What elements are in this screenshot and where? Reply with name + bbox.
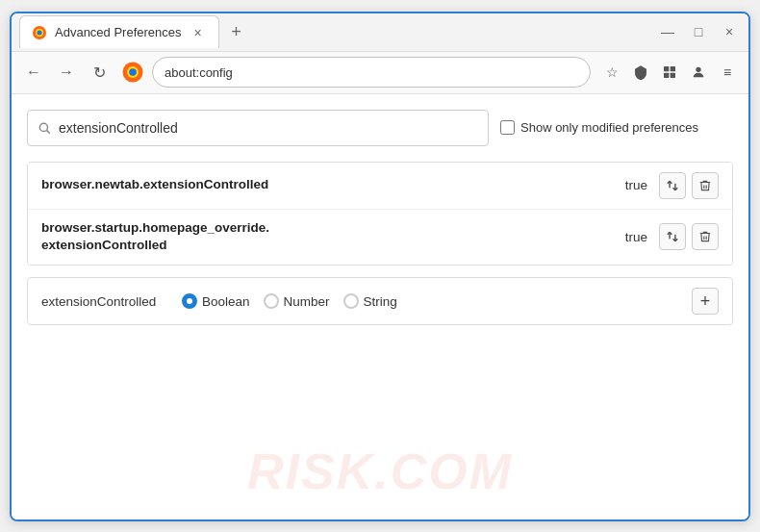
swap-icon xyxy=(666,230,679,243)
new-tab-button[interactable]: + xyxy=(223,18,250,45)
watermark: RISK.COM xyxy=(247,443,513,500)
window-controls: — □ × xyxy=(656,20,741,43)
svg-point-2 xyxy=(38,30,42,35)
show-modified-label[interactable]: Show only modified preferences xyxy=(500,120,698,135)
search-row: Show only modified preferences xyxy=(27,110,733,146)
number-label: Number xyxy=(284,294,330,309)
toggle-button-2[interactable] xyxy=(659,223,686,250)
svg-line-12 xyxy=(47,130,50,133)
forward-button[interactable]: → xyxy=(52,58,81,87)
search-icon xyxy=(38,121,51,135)
svg-rect-6 xyxy=(664,66,669,71)
menu-button[interactable]: ≡ xyxy=(714,59,741,86)
svg-rect-8 xyxy=(664,73,669,78)
delete-button-2[interactable] xyxy=(692,223,719,250)
svg-point-10 xyxy=(696,67,700,72)
shield-icon xyxy=(633,64,648,80)
address-bar[interactable]: about:config xyxy=(152,57,591,88)
row-2-actions xyxy=(659,223,719,250)
number-radio[interactable]: Number xyxy=(264,293,330,309)
pref-name-1: browser.newtab.extensionControlled xyxy=(41,176,625,194)
maximize-button[interactable]: □ xyxy=(687,20,710,43)
active-tab[interactable]: Advanced Preferences × xyxy=(19,15,219,48)
pref-search-box[interactable] xyxy=(27,110,489,146)
tab-title: Advanced Preferences xyxy=(55,25,182,39)
new-pref-name: extensionControlled xyxy=(41,294,166,309)
pref-name-2: browser.startup.homepage_override. exten… xyxy=(41,219,625,256)
browser-window: Advanced Preferences × + — □ × ← → ↻ abo… xyxy=(10,12,750,521)
close-window-button[interactable]: × xyxy=(718,20,741,43)
shield-button[interactable] xyxy=(627,59,654,86)
account-icon xyxy=(691,64,706,80)
delete-icon xyxy=(698,230,712,243)
show-modified-checkbox[interactable] xyxy=(500,120,515,135)
boolean-label: Boolean xyxy=(202,294,250,309)
number-radio-indicator xyxy=(264,293,279,309)
svg-rect-9 xyxy=(671,73,675,78)
title-bar: Advanced Preferences × + — □ × xyxy=(12,13,748,52)
results-table: browser.newtab.extensionControlled true xyxy=(27,162,733,266)
page-content: RISK.COM Show only modified preferences … xyxy=(12,94,748,519)
show-modified-text: Show only modified preferences xyxy=(520,120,698,135)
string-radio-indicator xyxy=(343,293,359,309)
nav-icons: ☆ ≡ xyxy=(598,59,741,86)
firefox-logo-icon xyxy=(121,61,144,84)
table-row: browser.newtab.extensionControlled true xyxy=(28,163,732,210)
table-row: browser.startup.homepage_override. exten… xyxy=(28,210,732,266)
toggle-button-1[interactable] xyxy=(659,172,686,199)
add-pref-row: extensionControlled Boolean Number Strin… xyxy=(27,277,733,325)
svg-point-5 xyxy=(129,68,137,76)
account-button[interactable] xyxy=(685,59,712,86)
search-input[interactable] xyxy=(59,120,478,136)
extension-icon xyxy=(662,64,677,80)
row-1-actions xyxy=(659,172,719,199)
url-display: about:config xyxy=(165,65,578,80)
pref-value-1: true xyxy=(625,178,647,192)
nav-bar: ← → ↻ about:config ☆ xyxy=(12,52,748,94)
extension-button[interactable] xyxy=(656,59,683,86)
add-pref-button[interactable]: + xyxy=(692,288,719,315)
swap-icon xyxy=(666,179,679,192)
delete-button-1[interactable] xyxy=(692,172,719,199)
boolean-radio[interactable]: Boolean xyxy=(182,293,250,309)
back-button[interactable]: ← xyxy=(19,58,48,87)
svg-point-11 xyxy=(39,123,47,131)
delete-icon xyxy=(698,179,712,192)
tab-favicon xyxy=(32,25,47,40)
boolean-radio-indicator xyxy=(182,293,197,309)
string-label: String xyxy=(364,294,397,309)
reload-button[interactable]: ↻ xyxy=(85,58,114,87)
minimize-button[interactable]: — xyxy=(656,20,679,43)
string-radio[interactable]: String xyxy=(343,293,397,309)
svg-rect-7 xyxy=(671,66,675,71)
type-radio-group: Boolean Number String xyxy=(182,293,676,309)
pref-value-2: true xyxy=(625,230,647,244)
bookmark-button[interactable]: ☆ xyxy=(598,59,625,86)
tab-close-button[interactable]: × xyxy=(190,24,207,41)
